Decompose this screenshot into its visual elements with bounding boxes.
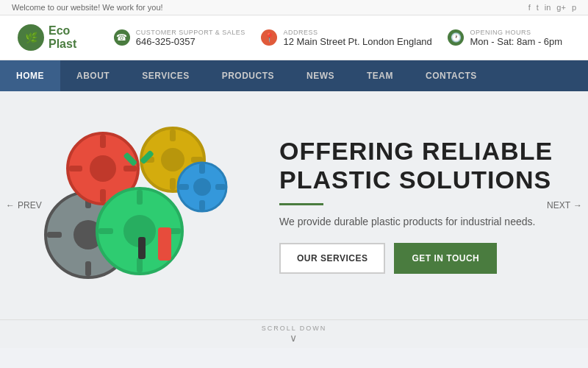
scroll-down[interactable]: SCROLL DOWN ∨ bbox=[0, 319, 588, 348]
site-header: 🌿 Eco Plast ☎ CUSTOMER SUPPORT & SALES 6… bbox=[0, 15, 588, 60]
hero-image bbox=[0, 106, 265, 305]
nav-products[interactable]: PRODUCTS bbox=[206, 60, 290, 91]
nav-services[interactable]: SERVICES bbox=[126, 60, 205, 91]
svg-rect-18 bbox=[170, 130, 176, 141]
svg-point-23 bbox=[193, 178, 211, 196]
nav-news[interactable]: NEWS bbox=[290, 60, 351, 91]
our-services-button[interactable]: OUR SERVICES bbox=[279, 243, 385, 274]
address-label: ADDRESS bbox=[283, 29, 431, 36]
nav-team[interactable]: TEAM bbox=[351, 60, 409, 91]
hero-subtitle: We provide durable plastic products for … bbox=[279, 214, 559, 230]
address-info: 📍 ADDRESS 12 Main Street Pt. London Engl… bbox=[261, 29, 431, 47]
hero-title: OFFERING RELIABLE PLASTIC SOLUTIONS bbox=[279, 137, 559, 194]
hours-value: Mon - Sat: 8am - 6pm bbox=[470, 36, 562, 47]
hours-info: 🕐 OPENING HOURS Mon - Sat: 8am - 6pm bbox=[448, 29, 562, 47]
nav-home[interactable]: HOME bbox=[0, 60, 60, 91]
scroll-down-arrow: ∨ bbox=[4, 332, 584, 344]
svg-rect-13 bbox=[123, 166, 137, 171]
svg-rect-26 bbox=[179, 184, 189, 190]
svg-rect-11 bbox=[100, 189, 106, 202]
get-in-touch-button[interactable]: GET IN TOUCH bbox=[394, 243, 497, 274]
next-button[interactable]: NEXT → bbox=[547, 200, 582, 210]
svg-rect-32 bbox=[98, 228, 113, 234]
hero-buttons: OUR SERVICES GET IN TOUCH bbox=[279, 243, 559, 274]
facebook-icon[interactable]: f bbox=[528, 3, 531, 12]
phone-icon: ☎ bbox=[114, 29, 130, 46]
svg-rect-36 bbox=[158, 227, 171, 261]
hero-divider bbox=[279, 203, 323, 205]
svg-rect-30 bbox=[137, 190, 143, 205]
svg-rect-3 bbox=[85, 261, 91, 276]
logo[interactable]: 🌿 Eco Plast bbox=[18, 24, 106, 51]
logo-icon: 🌿 bbox=[18, 24, 44, 51]
google-plus-icon[interactable]: g+ bbox=[556, 3, 566, 12]
clock-icon: 🕐 bbox=[448, 29, 464, 46]
svg-rect-31 bbox=[137, 258, 143, 272]
svg-rect-19 bbox=[170, 178, 176, 190]
gears-illustration bbox=[29, 121, 235, 290]
svg-rect-12 bbox=[69, 166, 82, 171]
svg-rect-25 bbox=[199, 200, 205, 210]
logo-text: Eco Plast bbox=[49, 24, 76, 50]
svg-rect-10 bbox=[100, 135, 106, 148]
nav-contacts[interactable]: CONTACTS bbox=[409, 60, 493, 91]
svg-rect-37 bbox=[138, 237, 146, 259]
hero-content: OFFERING RELIABLE PLASTIC SOLUTIONS We p… bbox=[265, 115, 588, 296]
hours-label: OPENING HOURS bbox=[470, 29, 562, 36]
phone-value: 646-325-0357 bbox=[136, 36, 245, 47]
phone-info: ☎ CUSTOMER SUPPORT & SALES 646-325-0357 bbox=[114, 29, 245, 47]
pinterest-icon[interactable]: p bbox=[572, 3, 576, 12]
logo-eco: Eco bbox=[49, 24, 76, 38]
scroll-down-label: SCROLL DOWN bbox=[262, 325, 327, 332]
main-nav: HOME ABOUT SERVICES PRODUCTS NEWS TEAM C… bbox=[0, 60, 588, 91]
welcome-text: Welcome to our website! We work for you! bbox=[12, 3, 163, 12]
svg-rect-27 bbox=[215, 184, 226, 190]
svg-rect-24 bbox=[199, 163, 205, 174]
header-info: ☎ CUSTOMER SUPPORT & SALES 646-325-0357 … bbox=[106, 29, 570, 47]
phone-label: CUSTOMER SUPPORT & SALES bbox=[136, 29, 245, 36]
svg-rect-4 bbox=[47, 232, 62, 238]
svg-point-9 bbox=[90, 155, 116, 182]
instagram-icon[interactable]: in bbox=[545, 3, 551, 12]
twitter-icon[interactable]: t bbox=[537, 3, 539, 12]
logo-plast: Plast bbox=[49, 38, 76, 51]
address-value: 12 Main Street Pt. London England bbox=[283, 36, 431, 47]
hero-section: ← PREV bbox=[0, 91, 588, 319]
svg-point-17 bbox=[161, 148, 184, 171]
address-icon: 📍 bbox=[261, 29, 277, 46]
top-bar: Welcome to our website! We work for you!… bbox=[0, 0, 588, 15]
social-links: f t in g+ p bbox=[528, 3, 576, 12]
nav-about[interactable]: ABOUT bbox=[60, 60, 126, 91]
